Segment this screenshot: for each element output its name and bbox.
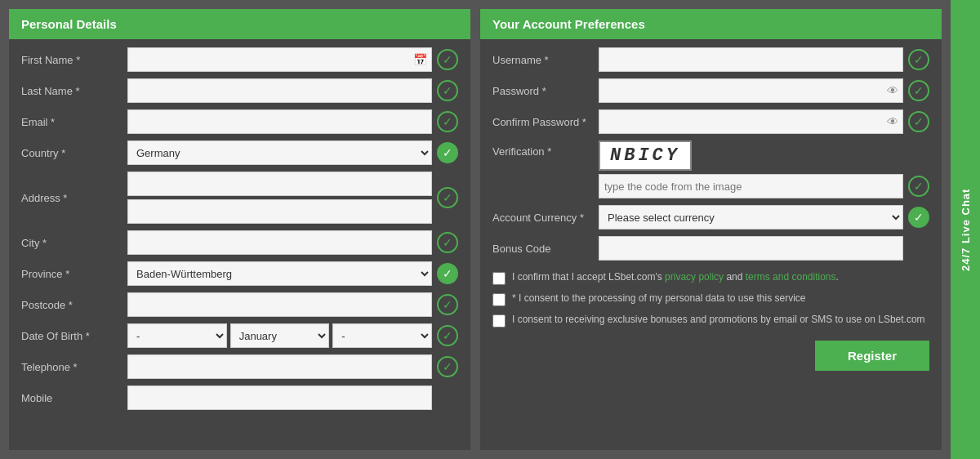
- first-name-row: First Name * 📅 ✓: [21, 47, 458, 72]
- dob-label: Date Of Birth *: [21, 330, 127, 342]
- country-check: ✓: [437, 142, 458, 163]
- bonus-code-row: Bonus Code: [492, 236, 929, 261]
- checkbox2[interactable]: [492, 293, 506, 306]
- email-row: Email * ✓: [21, 109, 458, 134]
- first-name-check: ✓: [437, 49, 458, 70]
- email-label: Email *: [21, 116, 127, 128]
- dob-month-select[interactable]: January February March April May June Ju…: [230, 323, 330, 348]
- checkbox1-row: I confirm that I accept LSbet.com's priv…: [492, 270, 929, 285]
- province-row: Province * Baden-Württemberg ✓: [21, 261, 458, 286]
- confirm-password-row: Confirm Password * 👁 ✓: [492, 109, 929, 134]
- last-name-check: ✓: [437, 80, 458, 101]
- verification-row: Verification * NBICY ✓: [492, 140, 929, 198]
- verification-content: NBICY ✓: [599, 140, 929, 198]
- email-check: ✓: [437, 111, 458, 132]
- live-chat-sidebar[interactable]: 24/7 Live Chat: [951, 0, 980, 459]
- username-label: Username *: [492, 54, 599, 66]
- currency-row: Account Currency * Please select currenc…: [492, 205, 929, 230]
- account-preferences-panel: Your Account Preferences Username * ✓ Pa…: [479, 8, 942, 451]
- province-select[interactable]: Baden-Württemberg: [127, 261, 432, 286]
- terms-conditions-link[interactable]: terms and conditions: [746, 271, 836, 283]
- personal-details-panel: Personal Details First Name * 📅 ✓ Last N…: [8, 8, 471, 451]
- checkbox2-row: * I consent to the processing of my pers…: [492, 292, 929, 306]
- address-label: Address *: [21, 192, 127, 204]
- register-button[interactable]: Register: [815, 341, 929, 371]
- address-input-2[interactable]: [127, 199, 432, 224]
- first-name-label: First Name *: [21, 54, 127, 66]
- verification-label: Verification *: [492, 140, 599, 158]
- checkbox3-row: I consent to receiving exclusive bonuses…: [492, 313, 929, 328]
- postcode-input[interactable]: [127, 292, 432, 317]
- bonus-code-label: Bonus Code: [492, 243, 599, 255]
- city-check: ✓: [437, 232, 458, 253]
- country-row: Country * Germany ✓: [21, 140, 458, 165]
- mobile-input[interactable]: [127, 385, 432, 410]
- telephone-row: Telephone * ✓: [21, 354, 458, 379]
- password-label: Password *: [492, 85, 599, 97]
- checkbox3-label: I consent to receiving exclusive bonuses…: [512, 313, 925, 327]
- dob-row: Date Of Birth * - January February March…: [21, 323, 458, 348]
- eye-icon: 👁: [887, 84, 898, 97]
- calendar-icon: 📅: [413, 53, 427, 66]
- last-name-row: Last Name * ✓: [21, 78, 458, 103]
- telephone-label: Telephone *: [21, 361, 127, 373]
- country-select[interactable]: Germany: [127, 140, 432, 165]
- email-input[interactable]: [127, 109, 432, 134]
- privacy-policy-link[interactable]: privacy policy: [665, 271, 724, 283]
- confirm-password-check: ✓: [908, 111, 929, 132]
- country-label: Country *: [21, 147, 127, 159]
- address-check: ✓: [437, 187, 458, 208]
- postcode-row: Postcode * ✓: [21, 292, 458, 317]
- checkbox1-label: I confirm that I accept LSbet.com's priv…: [512, 270, 839, 284]
- account-preferences-title: Your Account Preferences: [480, 9, 942, 39]
- confirm-password-input[interactable]: [599, 109, 903, 134]
- mobile-row: Mobile: [21, 385, 458, 410]
- live-chat-label: 24/7 Live Chat: [960, 188, 972, 270]
- checkbox3[interactable]: [492, 314, 506, 328]
- postcode-label: Postcode *: [21, 299, 127, 311]
- password-check: ✓: [908, 80, 929, 101]
- password-input-wrap: 👁: [599, 78, 903, 103]
- first-name-input-wrap: 📅: [127, 47, 432, 72]
- username-check: ✓: [908, 49, 929, 70]
- captcha-check: ✓: [908, 176, 929, 197]
- dob-day-select[interactable]: -: [127, 323, 227, 348]
- last-name-label: Last Name *: [21, 85, 127, 97]
- password-input[interactable]: [599, 78, 903, 103]
- first-name-input[interactable]: [127, 47, 432, 72]
- address-row: Address * ✓: [21, 172, 458, 224]
- dob-year-select[interactable]: -: [332, 323, 432, 348]
- personal-details-title: Personal Details: [9, 9, 470, 39]
- captcha-input-row: ✓: [599, 174, 929, 198]
- captcha-input[interactable]: [599, 174, 903, 198]
- province-label: Province *: [21, 268, 127, 280]
- currency-select[interactable]: Please select currency: [599, 205, 903, 230]
- last-name-input[interactable]: [127, 78, 432, 103]
- captcha-image-row: NBICY: [599, 140, 929, 171]
- address-inputs: [127, 172, 432, 224]
- eye-confirm-icon: 👁: [887, 115, 898, 128]
- bonus-code-input[interactable]: [599, 236, 903, 261]
- city-label: City *: [21, 237, 127, 249]
- address-input-1[interactable]: [127, 172, 432, 196]
- postcode-check: ✓: [437, 294, 458, 315]
- dob-inputs: - January February March April May June …: [127, 323, 432, 348]
- confirm-password-input-wrap: 👁: [599, 109, 903, 134]
- username-input[interactable]: [599, 47, 903, 72]
- currency-label: Account Currency *: [492, 212, 599, 224]
- checkbox1[interactable]: [492, 272, 506, 285]
- password-row: Password * 👁 ✓: [492, 78, 929, 103]
- dob-check: ✓: [437, 325, 458, 346]
- register-wrap: Register: [492, 334, 929, 371]
- telephone-input[interactable]: [127, 354, 432, 379]
- username-row: Username * ✓: [492, 47, 929, 72]
- checkbox2-label: * I consent to the processing of my pers…: [512, 292, 806, 305]
- province-check: ✓: [437, 263, 458, 284]
- captcha-image: NBICY: [599, 140, 692, 171]
- confirm-password-label: Confirm Password *: [492, 116, 599, 128]
- telephone-check: ✓: [437, 356, 458, 377]
- currency-check: ✓: [908, 207, 929, 228]
- city-row: City * ✓: [21, 230, 458, 255]
- city-input[interactable]: [127, 230, 432, 255]
- mobile-label: Mobile: [21, 392, 127, 404]
